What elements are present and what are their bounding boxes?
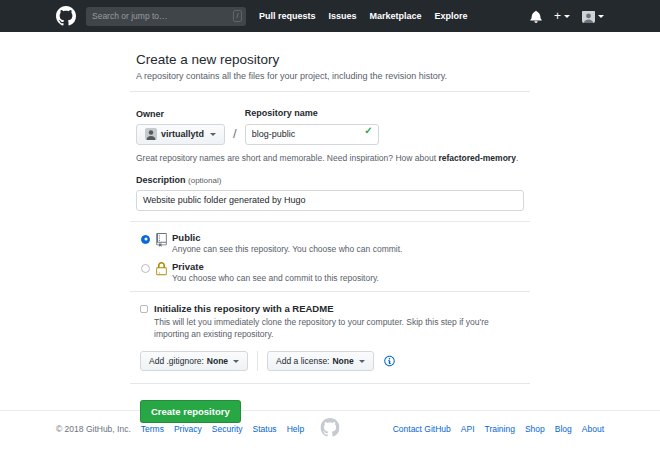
optional-hint: (optional) <box>188 176 221 185</box>
avatar <box>582 10 595 23</box>
gitignore-label: Add .gitignore: <box>149 356 204 366</box>
divider <box>130 91 530 92</box>
owner-repo-row: Owner virtuallytd / Repository name <box>136 108 524 145</box>
main-content: Create a new repository A repository con… <box>0 32 660 410</box>
license-button[interactable]: Add a license: None <box>267 351 374 371</box>
readme-option[interactable]: Initialize this repository with a README… <box>136 303 524 341</box>
github-logo-icon <box>321 418 340 439</box>
footer-link-blog[interactable]: Blog <box>555 424 572 434</box>
public-description: Anyone can see this repository. You choo… <box>172 244 402 254</box>
primary-nav: Pull requests Issues Marketplace Explore <box>259 11 468 21</box>
vertical-divider <box>257 351 258 371</box>
path-separator: / <box>233 126 237 145</box>
private-label: Private <box>172 261 379 272</box>
owner-label: Owner <box>136 109 225 119</box>
readme-description: This will let you immediately clone the … <box>154 316 516 341</box>
info-icon[interactable] <box>384 355 395 367</box>
hint-suffix: . <box>516 153 518 163</box>
search-input[interactable] <box>92 11 233 21</box>
divider <box>130 291 530 292</box>
owner-select-button[interactable]: virtuallytd <box>136 124 225 145</box>
user-menu[interactable] <box>582 10 604 23</box>
slash-shortcut-hint: / <box>233 10 242 22</box>
repo-name-field: Repository name ✓ <box>245 108 379 145</box>
lock-icon <box>156 262 167 283</box>
nav-marketplace[interactable]: Marketplace <box>370 11 422 21</box>
divider <box>130 221 530 222</box>
page-subtitle: A repository contains all the files for … <box>136 71 524 81</box>
gitignore-value: None <box>207 356 228 366</box>
global-search: / <box>86 7 246 26</box>
license-value: None <box>332 356 353 366</box>
addons-row: Add .gitignore: None Add a license: None <box>136 351 524 371</box>
footer-link-training[interactable]: Training <box>485 424 515 434</box>
footer-link-terms[interactable]: Terms <box>141 424 164 434</box>
readme-checkbox[interactable] <box>140 305 148 313</box>
create-new-menu[interactable]: + <box>554 10 570 22</box>
caret-down-icon <box>359 360 365 363</box>
footer: © 2018 GitHub, Inc. Terms Privacy Securi… <box>0 410 660 434</box>
description-field: Description (optional) <box>136 175 524 211</box>
repo-name-label: Repository name <box>245 108 379 118</box>
nav-issues[interactable]: Issues <box>329 11 357 21</box>
owner-avatar <box>145 128 157 140</box>
footer-link-api[interactable]: API <box>461 424 475 434</box>
description-input[interactable] <box>136 190 524 211</box>
hint-prefix: Great repository names are short and mem… <box>136 153 436 163</box>
page-title: Create a new repository <box>136 52 524 67</box>
description-label: Description (optional) <box>136 175 524 185</box>
caret-down-icon <box>210 133 216 136</box>
owner-field: Owner virtuallytd <box>136 109 225 145</box>
valid-check-icon: ✓ <box>364 125 372 136</box>
footer-link-contact[interactable]: Contact GitHub <box>393 424 451 434</box>
caret-down-icon <box>598 15 604 18</box>
footer-link-about[interactable]: About <box>582 424 604 434</box>
notifications-bell-icon[interactable] <box>530 10 542 23</box>
copyright: © 2018 GitHub, Inc. <box>56 424 131 434</box>
radio-private[interactable] <box>141 264 150 273</box>
divider <box>130 383 530 384</box>
private-description: You choose who can see and commit to thi… <box>172 273 379 283</box>
public-label: Public <box>172 232 402 243</box>
footer-link-privacy[interactable]: Privacy <box>174 424 202 434</box>
caret-down-icon <box>564 15 570 18</box>
radio-public[interactable] <box>141 235 150 244</box>
nav-pull-requests[interactable]: Pull requests <box>259 11 316 21</box>
global-header: / Pull requests Issues Marketplace Explo… <box>0 0 660 32</box>
caret-down-icon <box>233 360 239 363</box>
footer-link-shop[interactable]: Shop <box>525 424 545 434</box>
github-logo-icon[interactable] <box>56 6 76 26</box>
footer-link-help[interactable]: Help <box>287 424 304 434</box>
visibility-option-private[interactable]: Private You choose who can see and commi… <box>136 261 524 283</box>
footer-link-security[interactable]: Security <box>212 424 243 434</box>
visibility-option-public[interactable]: Public Anyone can see this repository. Y… <box>136 232 524 254</box>
repo-name-input[interactable] <box>245 124 379 145</box>
owner-name: virtuallytd <box>161 129 204 139</box>
repo-name-suggestion: refactored-memory <box>438 153 515 163</box>
footer-link-status[interactable]: Status <box>253 424 277 434</box>
nav-explore[interactable]: Explore <box>435 11 468 21</box>
gitignore-button[interactable]: Add .gitignore: None <box>140 351 248 371</box>
readme-label: Initialize this repository with a README <box>154 303 516 314</box>
license-label: Add a license: <box>276 356 329 366</box>
repo-book-icon <box>156 233 167 254</box>
plus-icon: + <box>554 10 561 22</box>
repo-name-hint: Great repository names are short and mem… <box>136 153 524 163</box>
